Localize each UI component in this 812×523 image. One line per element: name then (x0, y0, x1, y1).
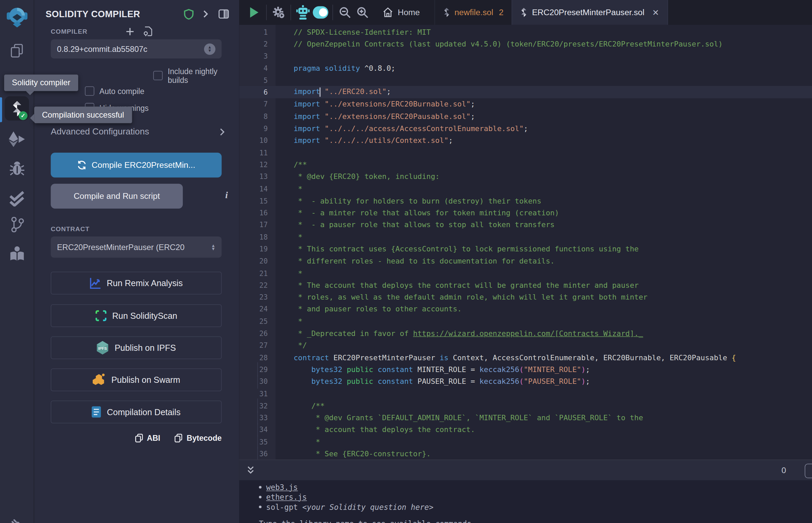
line-number: 9 (239, 124, 275, 133)
contract-select[interactable]: ERC20PresetMinterPauser (ERC20 ▲▼ (51, 237, 222, 258)
copy-icon[interactable] (135, 434, 143, 443)
script-config-gear-icon[interactable] (270, 4, 287, 21)
info-icon[interactable]: i (225, 190, 228, 201)
code-line[interactable]: 13 * @dev {ERC20} token, including: (239, 170, 812, 183)
line-number: 11 (239, 148, 275, 157)
deploy-run-icon[interactable] (0, 126, 34, 152)
compile-button[interactable]: Compile ERC20PresetMin... (51, 152, 222, 178)
code-line[interactable]: 25 * (239, 315, 812, 327)
compiler-license-icon[interactable] (143, 26, 152, 36)
auto-compile-checkbox[interactable] (85, 86, 94, 96)
code-line[interactable]: 14 * (239, 183, 812, 195)
terminal-hint-text: Type the library name to see available c… (259, 519, 476, 523)
code-line[interactable]: 34 * account that deploys the contract. (239, 423, 812, 436)
line-number: 12 (239, 160, 275, 169)
code-line[interactable]: 21 * (239, 267, 812, 279)
code-line[interactable]: 33 * @dev Grants `DEFAULT_ADMIN_ROLE`, `… (239, 412, 812, 424)
code-line[interactable]: 18 * (239, 231, 812, 243)
line-number: 6 (239, 88, 275, 96)
code-line[interactable]: 8import "../extensions/ERC20Pausable.sol… (239, 110, 812, 122)
shield-icon[interactable] (184, 8, 194, 19)
learneth-icon[interactable] (0, 240, 34, 268)
code-line[interactable]: 12/** (239, 158, 812, 170)
run-solidityscan-button[interactable]: Run SolidityScan (51, 304, 222, 327)
code-line[interactable]: 10import "../../../utils/Context.sol"; (239, 134, 812, 147)
git-icon[interactable] (0, 211, 34, 238)
select-arrows-icon: ▲▼ (211, 244, 215, 250)
terminal-link-ethers[interactable]: ethers.js (266, 493, 307, 501)
code-line[interactable]: 28contract ERC20PresetMinterPauser is Co… (239, 351, 812, 364)
ai-assistant-robot-icon[interactable] (294, 4, 312, 21)
copy-icon[interactable] (175, 434, 182, 443)
advanced-configurations[interactable]: Advanced Configurations (51, 127, 225, 137)
run-remix-analysis-button[interactable]: Run Remix Analysis (51, 272, 222, 294)
tooltip-solidity-compiler: Solidity compiler (4, 74, 78, 91)
solidity-compiler-icon[interactable] (0, 95, 34, 122)
remix-logo[interactable] (0, 3, 34, 30)
line-number: 7 (239, 100, 275, 109)
code-line[interactable]: 35 * (239, 436, 812, 448)
code-line[interactable]: 26 * _Deprecated in favor of https://wiz… (239, 327, 812, 339)
bytecode-label[interactable]: Bytecode (187, 434, 222, 443)
compile-and-run-button[interactable]: Compile and Run script (51, 184, 183, 209)
zoom-in-icon[interactable] (354, 4, 371, 21)
publish-ipfs-button[interactable]: IPFS Publish on IPFS (51, 336, 222, 359)
code-line[interactable]: 7import "../extensions/ERC20Burnable.sol… (239, 98, 812, 110)
line-number: 25 (239, 317, 275, 326)
code-line[interactable]: 27 */ (239, 339, 812, 351)
code-line[interactable]: 24 * and pauser roles to other accounts. (239, 303, 812, 315)
unit-testing-icon[interactable] (0, 185, 34, 212)
code-line[interactable]: 29 bytes32 public constant MINTER_ROLE =… (239, 364, 812, 376)
compilation-details-button[interactable]: Compilation Details (51, 401, 222, 423)
code-line[interactable]: 9import "../../../access/AccessControlEn… (239, 122, 812, 134)
refresh-icon (77, 160, 87, 170)
code-line[interactable]: 3 (239, 50, 812, 62)
code-line[interactable]: 20 * different roles - head to its docum… (239, 255, 812, 267)
code-line[interactable]: 4pragma solidity ^0.8.0; (239, 62, 812, 74)
version-spinner-icon[interactable]: ▲▼ (204, 43, 215, 55)
terminal-link-web3[interactable]: web3.js (266, 483, 298, 492)
remix-ide-window: ✓ (0, 0, 812, 523)
code-line[interactable]: 17 * - a pauser role that allows to stop… (239, 219, 812, 231)
debugger-icon[interactable] (0, 155, 34, 182)
code-line[interactable]: 15 * - ability for holders to burn (dest… (239, 195, 812, 207)
add-compiler-icon[interactable] (126, 27, 134, 36)
line-number: 20 (239, 257, 275, 265)
panel-layout-icon[interactable] (218, 10, 229, 19)
nightly-builds-checkbox[interactable] (154, 71, 163, 80)
code-line[interactable]: 19 * This contract uses {AccessControl} … (239, 243, 812, 255)
run-script-play-icon[interactable] (246, 4, 263, 21)
code-line[interactable]: 31 (239, 387, 812, 400)
line-number: 24 (239, 305, 275, 313)
code-line[interactable]: 36 * See {ERC20-constructor}. (239, 448, 812, 459)
tab-erc20presetminterpauser[interactable]: ERC20PresetMinterPauser.sol ✕ (512, 0, 668, 25)
code-line[interactable]: 11 (239, 147, 812, 159)
tab-close-icon[interactable]: ✕ (652, 7, 659, 17)
code-line[interactable]: 32 /** (239, 400, 812, 412)
code-line[interactable]: 22 * The account that deploys the contra… (239, 279, 812, 291)
terminal-output[interactable]: web3.js ethers.js sol-gpt <your Solidity… (239, 480, 812, 523)
code-line[interactable]: 30 bytes32 public constant PAUSER_ROLE =… (239, 375, 812, 387)
code-line[interactable]: 16 * - a minter role that allows for tok… (239, 206, 812, 219)
chevron-right-icon (219, 128, 225, 136)
code-line[interactable]: 6import "../ERC20.sol"; (239, 86, 812, 98)
tab-home[interactable]: Home (375, 0, 427, 25)
tab-newfile[interactable]: newfile.sol 2 (434, 0, 512, 25)
chevron-right-icon[interactable] (203, 10, 208, 18)
code-line[interactable]: 5 (239, 74, 812, 86)
terminal-expand-icon[interactable] (247, 465, 255, 475)
code-line[interactable]: 1// SPDX-License-Identifier: MIT (239, 26, 812, 38)
zoom-out-icon[interactable] (336, 4, 354, 21)
code-editor[interactable]: 1// SPDX-License-Identifier: MIT2// Open… (239, 25, 812, 459)
compiler-version-select[interactable]: 0.8.29+commit.ab55807c ▲▼ (51, 39, 222, 59)
publish-swarm-button[interactable]: Publish on Swarm (51, 368, 222, 391)
ai-copilot-toggle[interactable] (312, 4, 329, 21)
code-line[interactable]: 23 * roles, as well as the default admin… (239, 291, 812, 303)
file-explorer-icon[interactable] (0, 37, 34, 65)
terminal-search-input[interactable] (805, 464, 812, 478)
line-number: 21 (239, 269, 275, 277)
line-number: 8 (239, 112, 275, 121)
plugin-manager-icon[interactable] (0, 511, 34, 523)
code-line[interactable]: 2// OpenZeppelin Contracts (last updated… (239, 38, 812, 50)
abi-label[interactable]: ABI (147, 434, 160, 443)
